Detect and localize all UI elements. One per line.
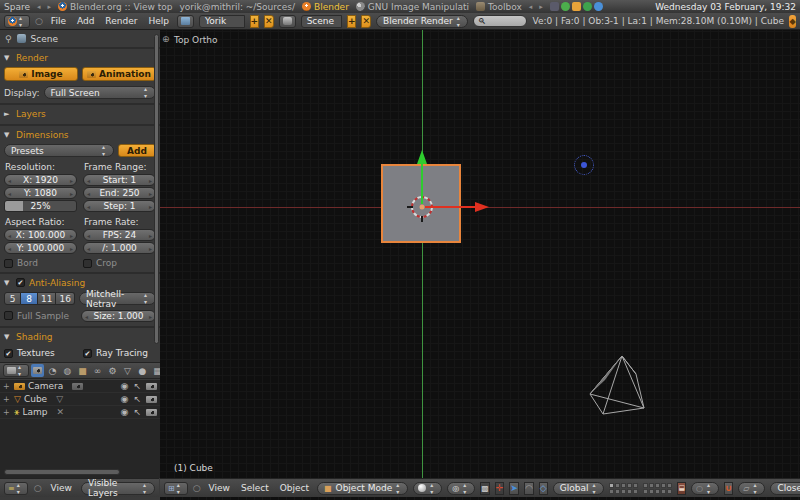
lock-to-scene-button[interactable]: ⬓	[677, 482, 686, 495]
add-scene-button[interactable]: +	[347, 15, 357, 28]
taskbar-window-gimp[interactable]: GNU Image Manipulati	[356, 2, 469, 12]
snap-element-dropdown[interactable]: ▱	[738, 482, 765, 495]
render-image-button[interactable]: Image	[4, 67, 78, 81]
view-menu[interactable]: View	[206, 483, 233, 493]
taskbar-window-toolbox[interactable]: Toolbox	[476, 2, 522, 12]
outliner-row-cube[interactable]: + ▽ Cube ▽ ◉ ↖	[0, 393, 160, 406]
material-tab[interactable]: ●	[136, 364, 149, 377]
taskbar-window-blender-org[interactable]: Blender.org :: View top	[58, 2, 172, 12]
layers-grid-1[interactable]	[609, 483, 638, 494]
layers-panel-header[interactable]: ► Layers	[4, 107, 156, 120]
fps-base-field[interactable]: /: 1.000	[83, 242, 156, 254]
outliner-display-mode-dropdown[interactable]: Visible Layers	[81, 482, 155, 495]
properties-scrollbar[interactable]	[154, 34, 159, 344]
object-data-tab[interactable]: ▽	[121, 364, 134, 377]
snap-target-dropdown[interactable]: Closest	[770, 482, 800, 495]
window-list-right-arrow[interactable]: ▸	[48, 3, 52, 11]
ray-tracing-checkbox[interactable]: ✔	[83, 349, 92, 358]
transform-manipulator[interactable]	[352, 122, 492, 242]
fps-field[interactable]: FPS: 24	[83, 229, 156, 241]
tray-icon-2[interactable]	[572, 2, 581, 11]
anti-aliasing-checkbox[interactable]: ✔	[16, 278, 25, 287]
collapse-triangle-icon[interactable]: ▼	[4, 279, 12, 287]
menu-render[interactable]: Render	[102, 16, 140, 26]
camera-object[interactable]	[580, 350, 660, 430]
renderability-icon[interactable]	[146, 409, 157, 416]
modifiers-tab[interactable]: ⚙	[106, 364, 119, 377]
textures-checkbox[interactable]: ✔	[4, 349, 13, 358]
editor-type-button[interactable]	[3, 364, 29, 377]
window-list-left-arrow[interactable]: ◂	[37, 3, 41, 11]
resolution-percentage-slider[interactable]: 25%	[4, 200, 77, 212]
collapse-triangle-icon[interactable]: ►	[4, 110, 12, 118]
visibility-eye-icon[interactable]: ◉	[121, 381, 129, 391]
collapse-triangle-icon[interactable]: ▼	[4, 333, 12, 341]
shading-panel-header[interactable]: ▼ Shading	[4, 330, 156, 343]
tray-right-arrow[interactable]: ▸	[539, 3, 543, 11]
add-preset-button[interactable]: Add	[118, 144, 156, 157]
display-mode-dropdown[interactable]: Full Screen	[44, 86, 156, 99]
aspect-y-field[interactable]: Y: 100.000	[4, 242, 77, 254]
manipulator-toggle-button[interactable]: ▩	[480, 482, 490, 495]
delete-screen-button[interactable]: ✕	[264, 15, 274, 28]
aspect-x-field[interactable]: X: 100.000	[4, 229, 77, 241]
aa-samples-5-button[interactable]: 5	[4, 292, 21, 305]
outliner-view-menu[interactable]: View	[48, 483, 75, 493]
render-tab[interactable]	[31, 364, 44, 377]
delete-scene-button[interactable]: ✕	[361, 15, 371, 28]
rotate-manipulator-button[interactable]: ➤	[509, 482, 519, 495]
expand-icon[interactable]: +	[3, 408, 11, 417]
world-tab[interactable]: ◍	[61, 364, 74, 377]
tray-icon-1[interactable]	[550, 2, 559, 11]
snap-toggle-button[interactable]: ∪	[724, 482, 733, 495]
mode-dropdown[interactable]: ■ Object Mode	[317, 482, 408, 495]
add-screen-button[interactable]: +	[250, 15, 260, 28]
pivot-point-dropdown[interactable]: ◎	[447, 482, 475, 495]
workspace-label[interactable]: Spare	[4, 2, 30, 12]
expand-icon[interactable]: +	[3, 395, 11, 404]
renderability-icon[interactable]	[146, 383, 157, 390]
screen-layout-icon-button[interactable]	[177, 15, 194, 28]
crop-checkbox[interactable]	[83, 259, 92, 268]
frame-step-field[interactable]: Step: 1	[83, 200, 156, 212]
collapse-triangle-icon[interactable]: ▼	[4, 54, 12, 62]
full-sample-checkbox[interactable]	[4, 311, 13, 320]
editor-type-button[interactable]: ≡	[4, 482, 28, 495]
dimensions-panel-header[interactable]: ▼ Dimensions	[4, 128, 156, 141]
editor-type-button[interactable]	[4, 15, 30, 28]
render-animation-button[interactable]: Animation	[82, 67, 156, 81]
menu-file[interactable]: File	[48, 16, 69, 26]
tray-check-icon[interactable]	[561, 2, 570, 11]
screen-name-field[interactable]: Yorik	[199, 15, 245, 28]
visibility-eye-icon[interactable]: ◉	[121, 407, 129, 417]
search-input[interactable]: 🔍︎	[473, 15, 527, 27]
expand-icon[interactable]: +	[3, 382, 11, 391]
taskbar-window-terminal[interactable]: yorik@mithril: ~/Sources/	[179, 2, 295, 12]
resolution-x-field[interactable]: X: 1920	[4, 174, 77, 186]
scene-tab[interactable]: ◔	[46, 364, 59, 377]
3d-viewport[interactable]: ⊕ Top Ortho (1) Cube ⊞ ○ View Select Obj…	[160, 30, 800, 500]
aa-size-field[interactable]: Size: 1.000	[81, 310, 156, 322]
outliner-row-lamp[interactable]: + ⚹ Lamp ✕ ◉ ↖	[0, 406, 160, 419]
pin-icon[interactable]: ○	[35, 16, 43, 26]
taskbar-window-blender[interactable]: Blender	[302, 2, 349, 12]
render-engine-dropdown[interactable]: Blender Render	[376, 15, 468, 28]
visibility-eye-icon[interactable]: ◉	[121, 394, 129, 404]
renderability-icon[interactable]	[146, 396, 157, 403]
object-menu[interactable]: Object	[277, 483, 312, 493]
region-expand-icon[interactable]: ⊕	[162, 34, 170, 44]
collapse-triangle-icon[interactable]: ▼	[4, 131, 12, 139]
scene-name-field[interactable]: Scene	[301, 15, 342, 28]
menu-help[interactable]: Help	[145, 16, 172, 26]
render-presets-dropdown[interactable]: Presets	[4, 144, 114, 157]
constraints-tab[interactable]: ∞	[91, 364, 104, 377]
select-menu[interactable]: Select	[238, 483, 272, 493]
outliner-row-camera[interactable]: + Camera ◉ ↖	[0, 380, 160, 393]
resolution-y-field[interactable]: Y: 1080	[4, 187, 77, 199]
scale-manipulator-button[interactable]: ◠	[524, 482, 534, 495]
layers-grid-2[interactable]	[643, 483, 672, 494]
editor-type-button[interactable]: ⊞	[164, 482, 188, 495]
render-panel-header[interactable]: ▼ Render	[4, 51, 156, 64]
proportional-edit-dropdown[interactable]: ○	[691, 482, 719, 495]
aa-samples-11-button[interactable]: 11	[38, 292, 56, 305]
